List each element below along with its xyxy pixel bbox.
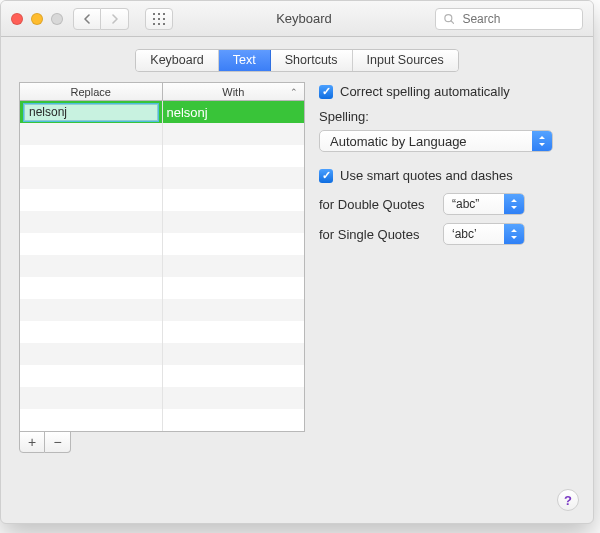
table-header: Replace With ⌃ <box>20 83 304 101</box>
correct-spelling-checkbox[interactable]: ✓ Correct spelling automatically <box>319 84 575 99</box>
double-quotes-row: for Double Quotes “abc” <box>319 193 575 215</box>
search-input[interactable] <box>460 11 574 27</box>
tab-shortcuts[interactable]: Shortcuts <box>271 50 353 71</box>
grid-icon <box>153 13 165 25</box>
search-icon <box>444 13 454 25</box>
add-button[interactable]: + <box>19 431 45 453</box>
content: Replace With ⌃ nelsonj <box>1 82 593 463</box>
checkbox-icon: ✓ <box>319 85 333 99</box>
options-panel: ✓ Correct spelling automatically Spellin… <box>319 82 575 453</box>
table-row[interactable] <box>20 299 304 321</box>
titlebar: Keyboard <box>1 1 593 37</box>
table-row[interactable] <box>20 189 304 211</box>
option-label: for Double Quotes <box>319 197 435 212</box>
add-remove-buttons: + − <box>19 431 305 453</box>
tabs-row: Keyboard Text Shortcuts Input Sources <box>1 37 593 82</box>
cell-replace[interactable] <box>20 101 163 123</box>
double-quotes-dropdown[interactable]: “abc” <box>443 193 525 215</box>
tab-text[interactable]: Text <box>219 50 271 71</box>
chevron-left-icon <box>83 14 91 24</box>
dropdown-value: ‘abc’ <box>444 227 504 241</box>
sort-caret-icon: ⌃ <box>290 87 298 97</box>
table-row[interactable] <box>20 233 304 255</box>
dropdown-value: Automatic by Language <box>320 134 532 149</box>
close-button[interactable] <box>11 13 23 25</box>
traffic-lights <box>11 13 63 25</box>
dropdown-arrows-icon <box>504 194 524 214</box>
svg-rect-4 <box>158 18 160 20</box>
cell-with[interactable]: nelsonj <box>163 101 305 123</box>
table-row[interactable] <box>20 255 304 277</box>
tab-input-sources[interactable]: Input Sources <box>353 50 458 71</box>
help-button[interactable]: ? <box>557 489 579 511</box>
svg-rect-6 <box>153 23 155 25</box>
svg-rect-3 <box>153 18 155 20</box>
replacements-table[interactable]: Replace With ⌃ nelsonj <box>19 82 305 432</box>
zoom-button[interactable] <box>51 13 63 25</box>
preferences-window: Keyboard Keyboard Text Shortcuts Input S… <box>0 0 594 524</box>
svg-rect-2 <box>163 13 165 15</box>
table-row[interactable] <box>20 211 304 233</box>
forward-button[interactable] <box>101 8 129 30</box>
spelling-heading: Spelling: <box>319 109 575 124</box>
checkbox-icon: ✓ <box>319 169 333 183</box>
table-row[interactable]: nelsonj <box>20 101 304 123</box>
tabs: Keyboard Text Shortcuts Input Sources <box>135 49 458 72</box>
table-row[interactable] <box>20 343 304 365</box>
svg-rect-7 <box>158 23 160 25</box>
column-with[interactable]: With ⌃ <box>163 83 305 101</box>
svg-rect-0 <box>153 13 155 15</box>
table-row[interactable] <box>20 123 304 145</box>
window-title: Keyboard <box>183 11 425 26</box>
table-row[interactable] <box>20 387 304 409</box>
minimize-button[interactable] <box>31 13 43 25</box>
svg-rect-1 <box>158 13 160 15</box>
svg-rect-8 <box>163 23 165 25</box>
table-row[interactable] <box>20 321 304 343</box>
search-field[interactable] <box>435 8 583 30</box>
table-row[interactable] <box>20 409 304 431</box>
svg-rect-5 <box>163 18 165 20</box>
option-label: for Single Quotes <box>319 227 435 242</box>
replace-input[interactable] <box>24 104 158 121</box>
chevron-right-icon <box>111 14 119 24</box>
column-label: With <box>222 86 244 98</box>
tab-keyboard[interactable]: Keyboard <box>136 50 219 71</box>
checkbox-label: Correct spelling automatically <box>340 84 510 99</box>
table-row[interactable] <box>20 167 304 189</box>
table-row[interactable] <box>20 145 304 167</box>
single-quotes-row: for Single Quotes ‘abc’ <box>319 223 575 245</box>
spelling-dropdown[interactable]: Automatic by Language <box>319 130 553 152</box>
column-replace[interactable]: Replace <box>20 83 163 101</box>
column-label: Replace <box>71 86 111 98</box>
table-row[interactable] <box>20 365 304 387</box>
dropdown-arrows-icon <box>504 224 524 244</box>
dropdown-value: “abc” <box>444 197 504 211</box>
smart-quotes-checkbox[interactable]: ✓ Use smart quotes and dashes <box>319 168 575 183</box>
table-body: nelsonj <box>20 101 304 431</box>
table-row[interactable] <box>20 277 304 299</box>
svg-line-10 <box>451 20 454 23</box>
dropdown-arrows-icon <box>532 131 552 151</box>
single-quotes-dropdown[interactable]: ‘abc’ <box>443 223 525 245</box>
nav-buttons <box>73 8 129 30</box>
replacements-panel: Replace With ⌃ nelsonj <box>19 82 305 453</box>
show-all-button[interactable] <box>145 8 173 30</box>
remove-button[interactable]: − <box>45 431 71 453</box>
back-button[interactable] <box>73 8 101 30</box>
checkbox-label: Use smart quotes and dashes <box>340 168 513 183</box>
with-value: nelsonj <box>167 105 208 120</box>
